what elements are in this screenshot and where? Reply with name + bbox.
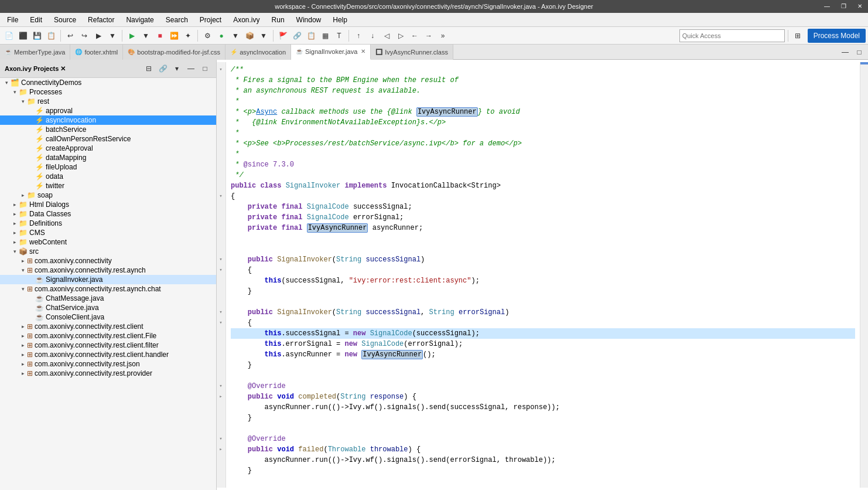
toolbar-btn-8[interactable]: ▼ <box>106 29 119 42</box>
menu-help[interactable]: Help <box>328 15 352 25</box>
redo-button[interactable]: ↪ <box>78 29 91 42</box>
fold-btn-31[interactable]: ▾ <box>217 381 225 392</box>
fold-btn-36[interactable]: ▾ <box>217 434 225 444</box>
sidebar-minimize-button[interactable]: — <box>184 62 197 75</box>
toolbar-btn-col[interactable]: ▦ <box>319 29 332 42</box>
maximize-editor-button[interactable]: □ <box>853 46 866 59</box>
menu-run[interactable]: Run <box>267 15 289 25</box>
tree-node-pkg7[interactable]: ⊞ com.axonivy.connectivity.rest.client.h… <box>0 350 216 359</box>
quick-access-input[interactable] <box>679 29 785 42</box>
tree-node-consoleclient[interactable]: ☕ ConsoleClient.java <box>0 312 216 322</box>
tab-bootstrap[interactable]: 🎨 bootstrap-modified-for-jsf.css <box>123 45 225 60</box>
toolbar-btn-7[interactable]: ▶ <box>92 29 105 42</box>
tree-node-callownperson[interactable]: ⚡ callOwnPersonRestService <box>0 134 216 144</box>
toolbar-btn-x[interactable]: ✦ <box>182 29 194 42</box>
run-dropdown[interactable]: ▼ <box>139 29 152 42</box>
menu-source[interactable]: Source <box>49 15 81 25</box>
toolbar-btn-pkg2[interactable]: ▼ <box>257 29 270 42</box>
fold-btn-20[interactable]: ▾ <box>217 265 225 275</box>
tree-node-soap[interactable]: 📁 soap <box>0 190 216 200</box>
tree-node-batchservice[interactable]: ⚡ batchService <box>0 125 216 134</box>
code-editor[interactable]: ▾ ▾ ▾ ▾ <box>217 60 868 490</box>
fold-btn-37[interactable]: ▸ <box>217 444 225 455</box>
toolbar-btn-debug[interactable]: ⏩ <box>168 29 180 42</box>
menu-window[interactable]: Window <box>292 15 326 25</box>
undo-button[interactable]: ↩ <box>64 29 77 42</box>
tree-node-pkg3[interactable]: ⊞ com.axonivy.connectivity.rest.aynch.ch… <box>0 284 216 294</box>
tree-node-createapproval[interactable]: ⚡ createApproval <box>0 144 216 153</box>
code-content[interactable]: /** * Fires a signal to the BPM Engine w… <box>226 62 860 488</box>
toolbar-btn-fwd[interactable]: → <box>422 29 435 42</box>
tree-node-root[interactable]: 🗂️ ConnectivityDemos <box>0 78 216 87</box>
tree-node-chatmessage[interactable]: ☕ ChatMessage.java <box>0 294 216 303</box>
tree-node-pkg2[interactable]: ⊞ com.axonivy.connectivity.rest.aynch <box>0 266 216 275</box>
menu-axonivy[interactable]: Axon.ivy <box>228 15 264 25</box>
toolbar-btn-next[interactable]: ▷ <box>394 29 407 42</box>
sidebar-maximize-button[interactable]: □ <box>199 62 211 75</box>
link-editor-button[interactable]: 🔗 <box>156 62 169 75</box>
toolbar-btn-green2[interactable]: ▼ <box>229 29 242 42</box>
toolbar-btn-4[interactable]: 📋 <box>45 29 57 42</box>
toolbar-btn-link[interactable]: 🔗 <box>291 29 303 42</box>
fold-btn-1[interactable]: ▾ <box>217 64 225 75</box>
toolbar-btn-2[interactable]: ⬛ <box>16 29 29 42</box>
tree-node-cms[interactable]: 📁 CMS <box>0 228 216 237</box>
tab-close-signalinvoker[interactable]: ✕ <box>361 48 365 55</box>
maximize-button[interactable]: ❐ <box>835 0 852 13</box>
fold-btn-24[interactable]: ▾ <box>217 307 225 318</box>
fold-btn-19[interactable]: ▾ <box>217 254 225 265</box>
save-button[interactable]: 💾 <box>30 29 43 42</box>
fold-btn-32[interactable]: ▸ <box>217 392 225 402</box>
new-button[interactable]: 📄 <box>2 29 15 42</box>
collapse-all-button[interactable]: ⊟ <box>142 62 155 75</box>
tab-signalinvoker[interactable]: ☕ SignalInvoker.java ✕ <box>291 45 371 60</box>
menu-project[interactable]: Project <box>195 15 226 25</box>
menu-search[interactable]: Search <box>161 15 193 25</box>
tree-node-dataclasses[interactable]: 📁 Data Classes <box>0 209 216 219</box>
toolbar-btn-nav2[interactable]: ↓ <box>366 29 379 42</box>
fold-btn-25[interactable]: ▾ <box>217 318 225 328</box>
tab-asyncinvocation[interactable]: ⚡ asyncInvocation <box>225 45 291 60</box>
fold-btn-13[interactable]: ▾ <box>217 191 225 202</box>
menu-edit[interactable]: Edit <box>25 15 47 25</box>
toolbar-btn-copy[interactable]: 📋 <box>305 29 317 42</box>
tree-node-webcontent[interactable]: 📁 webContent <box>0 237 216 247</box>
tree-node-pkg5[interactable]: ⊞ com.axonivy.connectivity.rest.client.F… <box>0 331 216 341</box>
toolbar-btn-back[interactable]: ← <box>408 29 421 42</box>
close-button[interactable]: ✕ <box>852 0 868 13</box>
tree-node-src[interactable]: 📦 src <box>0 247 216 256</box>
menu-navigate[interactable]: Navigate <box>121 15 158 25</box>
process-model-button[interactable]: Process Model <box>808 29 866 43</box>
minimize-button[interactable]: — <box>819 0 835 13</box>
run-button[interactable]: ▶ <box>125 29 138 42</box>
tree-node-chatservice[interactable]: ☕ ChatService.java <box>0 303 216 312</box>
toolbar-btn-prev[interactable]: ◁ <box>380 29 393 42</box>
tab-membertype[interactable]: ☕ MemberType.java <box>0 45 70 60</box>
minimize-editor-button[interactable]: — <box>839 46 852 59</box>
toolbar-btn-flag[interactable]: 🚩 <box>276 29 289 42</box>
tree-node-pkg1[interactable]: ⊞ com.axonivy.connectivity <box>0 256 216 266</box>
toolbar-btn-green[interactable]: ● <box>215 29 228 42</box>
toolbar-btn-pkg[interactable]: 📦 <box>243 29 256 42</box>
tree-node-asyncinvocation[interactable]: ⚡ asyncInvocation <box>0 115 216 125</box>
menu-refactor[interactable]: Refactor <box>83 15 119 25</box>
tree-node-approval[interactable]: ⚡ approval <box>0 106 216 115</box>
tree-node-pkg9[interactable]: ⊞ com.axonivy.connectivity.rest.provider <box>0 369 216 378</box>
tree-node-signalinvoker[interactable]: ☕ SignalInvoker.java <box>0 275 216 284</box>
tree-node-datamapping[interactable]: ⚡ dataMapping <box>0 153 216 162</box>
toolbar-btn-more[interactable]: » <box>436 29 449 42</box>
stop-button[interactable]: ■ <box>153 29 166 42</box>
tree-node-pkg4[interactable]: ⊞ com.axonivy.connectivity.rest.client <box>0 322 216 331</box>
perspectives-button[interactable]: ⊞ <box>791 29 804 42</box>
tree-node-fileupload[interactable]: ⚡ fileUpload <box>0 162 216 172</box>
tab-footer[interactable]: 🌐 footer.xhtml <box>70 45 123 60</box>
tree-node-processes[interactable]: 📁 Processes <box>0 87 216 97</box>
toolbar-btn-nav1[interactable]: ↑ <box>352 29 365 42</box>
sidebar-menu-button[interactable]: ▾ <box>170 62 183 75</box>
tree-node-odata[interactable]: ⚡ odata <box>0 172 216 181</box>
tree-node-twitter[interactable]: ⚡ twitter <box>0 181 216 190</box>
tree-node-definitions[interactable]: 📁 Definitions <box>0 219 216 228</box>
toolbar-btn-t[interactable]: T <box>333 29 346 42</box>
tree-node-htmldialogs[interactable]: 📁 Html Dialogs <box>0 200 216 209</box>
deploy-button[interactable]: ⚙ <box>201 29 214 42</box>
